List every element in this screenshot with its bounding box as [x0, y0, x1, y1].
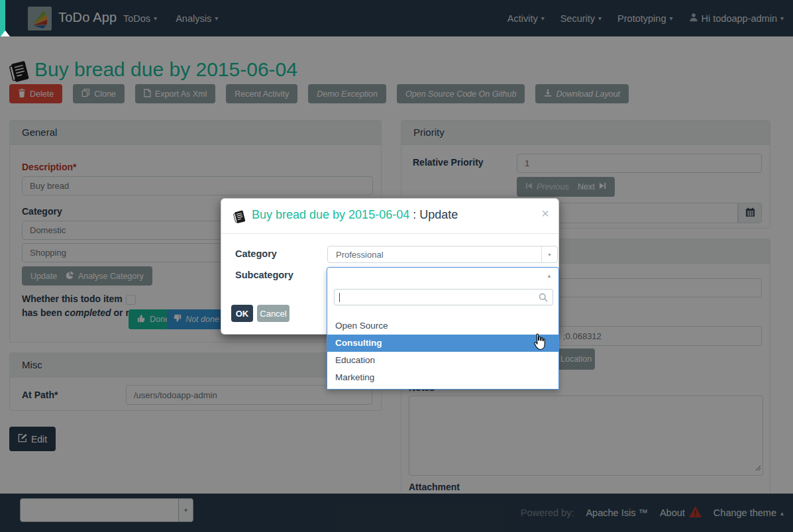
option-open-source[interactable]: Open Source	[327, 317, 558, 335]
subcategory-search-input[interactable]	[334, 289, 553, 305]
text-caret	[339, 293, 340, 302]
subcategory-options: Open Source Consulting Education Marketi…	[327, 317, 558, 386]
option-consulting[interactable]: Consulting	[327, 335, 558, 352]
mouse-cursor-icon	[531, 333, 547, 353]
dialog-title: Buy bread due by 2015-06-04 : Update	[252, 208, 458, 222]
todo-note-icon	[233, 209, 247, 229]
option-marketing[interactable]: Marketing	[327, 369, 558, 386]
dialog-subcategory-label: Subcategory	[235, 270, 293, 280]
close-icon[interactable]: ×	[541, 207, 549, 220]
cancel-button[interactable]: Cancel	[257, 305, 290, 322]
dialog-header: Buy bread due by 2015-06-04 : Update ×	[221, 199, 558, 234]
edge-notch-icon	[1, 30, 10, 36]
dialog-category-label: Category	[235, 248, 277, 259]
chevron-down-icon: ▼	[541, 246, 557, 262]
ok-button[interactable]: OK	[231, 305, 253, 322]
dialog-subcategory-dropdown: ▲ Open Source Consulting Education Marke…	[327, 267, 559, 390]
todo-app-window: ToDo App ToDos▾ Analysis▾ Activity▾ Secu…	[0, 0, 793, 532]
option-education[interactable]: Education	[327, 352, 558, 369]
dialog-category-select[interactable]: Professional ▼	[327, 246, 558, 263]
chevron-up-icon: ▲	[547, 273, 552, 279]
